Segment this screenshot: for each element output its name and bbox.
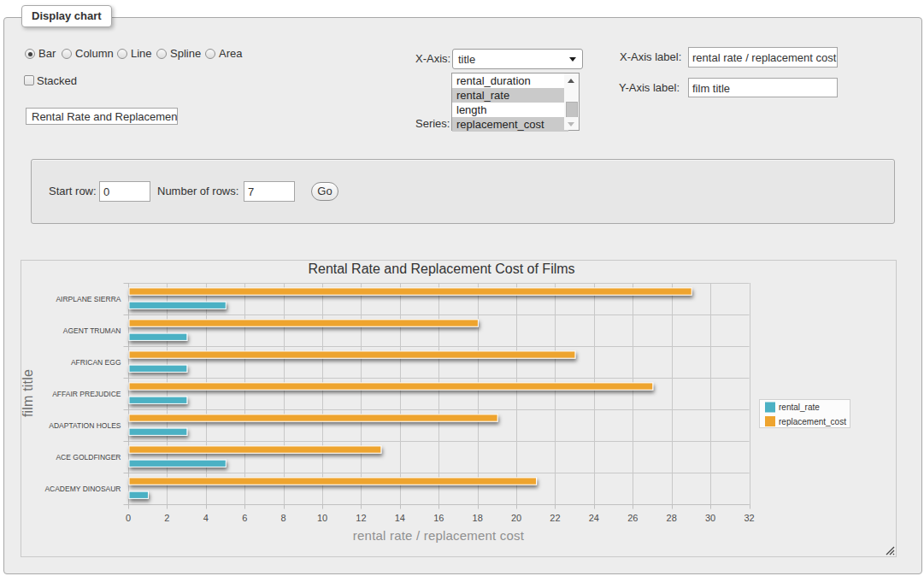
svg-text:rental_rate: rental_rate [779, 403, 820, 412]
svg-text:AFFAIR PREJUDICE: AFFAIR PREJUDICE [52, 390, 121, 398]
svg-text:22: 22 [550, 513, 560, 523]
svg-text:Rental Rate and Replacement Co: Rental Rate and Replacement Cost of Film… [308, 262, 574, 276]
svg-text:12: 12 [356, 513, 366, 523]
svg-text:ACE GOLDFINGER: ACE GOLDFINGER [56, 453, 121, 461]
svg-text:ACADEMY DINOSAUR: ACADEMY DINOSAUR [44, 485, 121, 493]
svg-text:16: 16 [433, 513, 444, 523]
svg-text:28: 28 [667, 513, 677, 523]
svg-text:24: 24 [589, 513, 599, 523]
svg-text:AFRICAN EGG: AFRICAN EGG [71, 358, 121, 367]
svg-text:14: 14 [395, 513, 405, 523]
svg-text:4: 4 [203, 513, 209, 523]
svg-text:20: 20 [511, 513, 521, 523]
svg-text:rental rate / replacement cost: rental rate / replacement cost [353, 528, 525, 543]
svg-text:film title: film title [21, 369, 35, 417]
svg-text:AIRPLANE SIERRA: AIRPLANE SIERRA [56, 295, 121, 303]
svg-text:0: 0 [126, 513, 131, 523]
svg-text:30: 30 [705, 513, 715, 523]
svg-text:10: 10 [317, 513, 327, 523]
svg-text:8: 8 [281, 513, 286, 523]
svg-text:26: 26 [627, 513, 638, 523]
svg-text:18: 18 [473, 513, 483, 523]
svg-text:ADAPTATION HOLES: ADAPTATION HOLES [49, 421, 121, 430]
svg-text:2: 2 [164, 513, 169, 523]
svg-text:replacement_cost: replacement_cost [779, 417, 846, 426]
svg-text:6: 6 [242, 513, 247, 523]
svg-text:32: 32 [744, 513, 754, 523]
svg-text:AGENT TRUMAN: AGENT TRUMAN [63, 326, 121, 335]
